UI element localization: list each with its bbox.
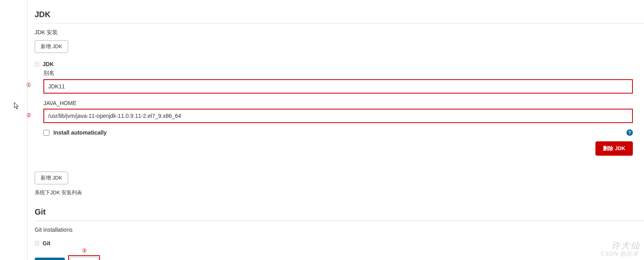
annotation-1: ①	[25, 82, 32, 88]
jdk-install-label: JDK 安装	[35, 29, 644, 36]
jdk-item-name: JDK	[43, 61, 54, 67]
alias-label: 别名	[43, 70, 633, 77]
javahome-input[interactable]	[43, 109, 633, 123]
add-jdk-button[interactable]: 新增 JDK	[35, 40, 68, 53]
help-icon[interactable]: ?	[626, 129, 633, 136]
jdk-list-caption: 系统下JDK 安装列表	[35, 189, 644, 196]
drag-handle-icon[interactable]	[35, 61, 39, 67]
git-install-label: Git installations	[35, 227, 644, 233]
jdk-install-block: JDK ① 别名 ② JAVA_HOME Install automatical…	[35, 61, 644, 156]
add-jdk-button-lower[interactable]: 新增 JDK	[35, 172, 68, 184]
javahome-label: JAVA_HOME	[43, 100, 633, 106]
annotation-3: ③	[82, 247, 87, 254]
annotation-2: ②	[25, 112, 32, 118]
install-auto-label: Install automatically	[53, 129, 107, 136]
delete-jdk-button[interactable]: 删除 JDK	[595, 141, 633, 156]
install-auto-checkbox[interactable]	[43, 130, 49, 136]
save-button[interactable]: 保存	[35, 258, 65, 260]
apply-button[interactable]: 应用	[70, 257, 98, 260]
alias-input[interactable]	[43, 79, 633, 94]
drag-handle-icon[interactable]	[35, 240, 39, 246]
jdk-section-title: JDK	[35, 10, 644, 23]
mouse-cursor-icon	[14, 102, 20, 111]
git-section-title: Git	[35, 207, 644, 221]
git-item-name: Git	[43, 240, 50, 246]
